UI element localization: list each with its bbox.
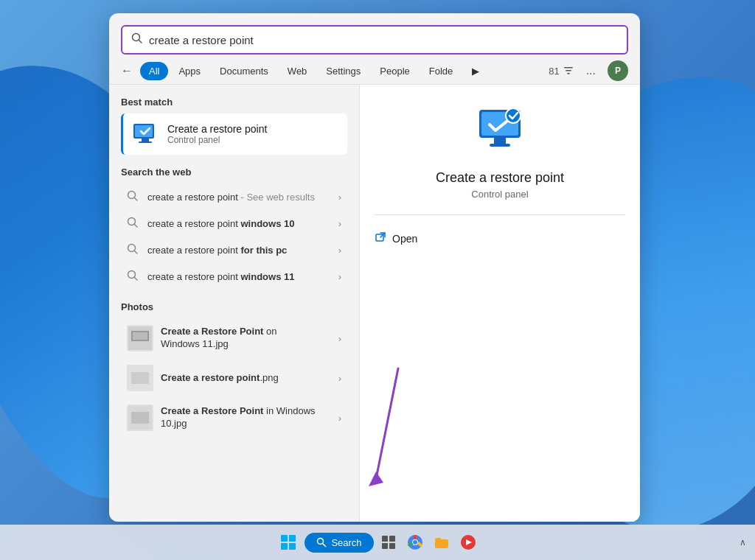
svg-line-38 bbox=[323, 544, 326, 547]
svg-rect-26 bbox=[494, 138, 506, 144]
right-panel-divider bbox=[375, 214, 625, 215]
open-icon bbox=[375, 231, 386, 245]
svg-point-45 bbox=[413, 540, 417, 545]
best-match-item[interactable]: Create a restore point Control panel bbox=[121, 113, 347, 155]
best-match-title: Create a restore point bbox=[167, 123, 267, 135]
filter-icon bbox=[563, 65, 574, 77]
search-taskbar-label: Search bbox=[331, 537, 361, 548]
photo-thumb-1 bbox=[127, 325, 153, 351]
tab-all[interactable]: All bbox=[140, 62, 168, 80]
photo-item-1[interactable]: Create a Restore Point onWindows 11.jpg … bbox=[121, 318, 347, 358]
start-button[interactable] bbox=[275, 529, 302, 556]
svg-line-14 bbox=[135, 251, 138, 254]
search-taskbar-icon bbox=[316, 537, 327, 547]
best-match-label: Best match bbox=[121, 97, 347, 108]
right-panel-title: Create a restore point bbox=[436, 170, 564, 186]
user-avatar[interactable]: P bbox=[608, 60, 628, 81]
more-options-button[interactable]: ... bbox=[580, 61, 602, 80]
svg-rect-36 bbox=[289, 543, 296, 550]
task-view-button[interactable] bbox=[377, 531, 400, 554]
svg-rect-40 bbox=[389, 536, 395, 542]
svg-rect-4 bbox=[567, 73, 570, 74]
svg-rect-34 bbox=[289, 535, 296, 542]
search-input-area bbox=[109, 13, 640, 55]
web-item-1-text: create a restore point - See web results bbox=[147, 192, 331, 203]
tab-right-area: 81 ... P bbox=[549, 60, 628, 81]
svg-rect-3 bbox=[566, 70, 571, 71]
best-match-subtitle: Control panel bbox=[167, 135, 267, 145]
search-web-icon-4 bbox=[127, 270, 140, 283]
open-label: Open bbox=[392, 233, 417, 245]
svg-rect-6 bbox=[135, 125, 153, 137]
svg-rect-35 bbox=[281, 543, 288, 550]
search-icon bbox=[131, 32, 143, 47]
photo-item-3-arrow: › bbox=[338, 413, 341, 424]
svg-line-30 bbox=[380, 233, 385, 237]
tab-documents[interactable]: Documents bbox=[211, 62, 277, 80]
photo-item-1-arrow: › bbox=[338, 333, 341, 344]
svg-rect-21 bbox=[131, 372, 149, 384]
svg-rect-7 bbox=[142, 139, 149, 141]
web-item-4-arrow: › bbox=[338, 271, 341, 282]
browser-button[interactable] bbox=[403, 531, 427, 554]
result-count: 81 bbox=[549, 65, 574, 77]
svg-line-16 bbox=[135, 278, 138, 281]
web-item-3[interactable]: create a restore point for this pc › bbox=[121, 237, 347, 263]
file-explorer-button[interactable] bbox=[430, 531, 453, 554]
web-item-2[interactable]: create a restore point windows 10 › bbox=[121, 210, 347, 237]
web-item-3-arrow: › bbox=[338, 245, 341, 256]
best-match-text: Create a restore point Control panel bbox=[167, 123, 267, 145]
svg-rect-19 bbox=[133, 332, 147, 340]
tab-play[interactable]: ▶ bbox=[463, 62, 488, 80]
svg-line-12 bbox=[135, 225, 138, 228]
web-item-4[interactable]: create a restore point windows 11 › bbox=[121, 263, 347, 290]
chevron-up-icon[interactable]: ∧ bbox=[740, 537, 746, 547]
taskbar-center: Search bbox=[275, 529, 479, 556]
photo-item-1-text: Create a Restore Point onWindows 11.jpg bbox=[161, 326, 331, 351]
svg-line-10 bbox=[135, 198, 138, 201]
tab-apps[interactable]: Apps bbox=[170, 62, 209, 80]
search-web-icon-1 bbox=[127, 190, 140, 203]
left-panel: Best match Create a restore point Contro… bbox=[109, 85, 360, 522]
svg-rect-42 bbox=[389, 543, 395, 549]
svg-rect-2 bbox=[564, 67, 573, 69]
svg-rect-39 bbox=[382, 536, 388, 542]
svg-rect-41 bbox=[382, 543, 388, 549]
web-item-3-text: create a restore point for this pc bbox=[147, 245, 331, 256]
back-button[interactable]: ← bbox=[115, 61, 139, 80]
taskbar: Search bbox=[0, 525, 755, 560]
search-panel: ← All Apps Documents Web Settings People… bbox=[109, 13, 640, 522]
svg-line-1 bbox=[139, 41, 142, 43]
search-box[interactable] bbox=[121, 25, 628, 55]
right-panel-icon bbox=[473, 102, 526, 158]
taskbar-right: ∧ bbox=[740, 537, 746, 547]
tab-folders[interactable]: Folde bbox=[420, 62, 462, 80]
svg-point-37 bbox=[318, 539, 324, 545]
tab-web[interactable]: Web bbox=[279, 62, 316, 80]
search-web-icon-2 bbox=[127, 217, 140, 230]
tab-people[interactable]: People bbox=[371, 62, 418, 80]
right-panel-subtitle: Control panel bbox=[471, 189, 528, 200]
photo-item-3-text: Create a Restore Point in Windows10.jpg bbox=[161, 405, 331, 430]
app-icon[interactable] bbox=[456, 531, 480, 554]
web-item-2-text: create a restore point windows 10 bbox=[147, 218, 331, 229]
photo-item-2-text: Create a restore point.png bbox=[161, 372, 331, 385]
search-web-label: Search the web bbox=[121, 167, 347, 178]
svg-point-28 bbox=[506, 108, 521, 123]
svg-rect-27 bbox=[490, 144, 510, 147]
svg-rect-33 bbox=[281, 535, 288, 542]
photo-thumb-2 bbox=[127, 365, 153, 391]
filter-tabs: ← All Apps Documents Web Settings People… bbox=[109, 55, 640, 85]
photo-item-3[interactable]: Create a Restore Point in Windows10.jpg … bbox=[121, 398, 347, 438]
tab-settings[interactable]: Settings bbox=[317, 62, 369, 80]
search-web-icon-3 bbox=[127, 243, 140, 256]
web-item-1[interactable]: create a restore point - See web results… bbox=[121, 183, 347, 210]
search-taskbar-button[interactable]: Search bbox=[305, 533, 373, 553]
open-button[interactable]: Open bbox=[375, 227, 417, 250]
photo-item-2[interactable]: Create a restore point.png › bbox=[121, 358, 347, 398]
web-item-2-arrow: › bbox=[338, 218, 341, 229]
search-input[interactable] bbox=[149, 34, 618, 46]
svg-rect-23 bbox=[131, 412, 149, 424]
best-match-icon bbox=[132, 121, 159, 147]
right-panel: Create a restore point Control panel Ope… bbox=[360, 85, 640, 522]
